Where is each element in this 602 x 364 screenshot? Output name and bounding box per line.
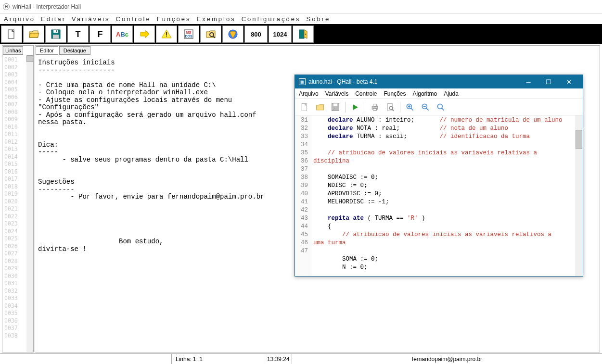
- qhall-zoomin-icon[interactable]: [403, 100, 417, 114]
- menu-funcoes[interactable]: Funções: [157, 15, 191, 23]
- toolbar: T F ABc ! MSDOS 800 1024: [0, 24, 602, 44]
- abc-button[interactable]: ABc: [112, 25, 133, 43]
- qhall-open-icon[interactable]: [313, 100, 327, 114]
- svg-rect-19: [373, 108, 377, 110]
- svg-text:!: !: [166, 31, 167, 38]
- menu-bar: Arquivo Editar Variáveis Controle Funçõe…: [0, 13, 602, 24]
- tab-editor[interactable]: Editor: [36, 46, 58, 55]
- status-email: fernandopaim@paim.pro.br: [292, 354, 602, 364]
- warning-button[interactable]: !: [156, 25, 177, 43]
- menu-exemplos[interactable]: Exemplos: [197, 15, 236, 23]
- menu-arquivo[interactable]: Arquivo: [4, 15, 35, 23]
- qhall-source[interactable]: declare ALUNO : inteiro; // numero de ma…: [311, 115, 575, 276]
- close-button[interactable]: ✕: [559, 75, 579, 88]
- menu-editar[interactable]: Editar: [41, 15, 66, 23]
- qhall-menu-arquivo[interactable]: Arquivo: [299, 90, 319, 97]
- internet-button[interactable]: [222, 25, 243, 43]
- editor-tabs: Editor Destaque: [35, 46, 600, 55]
- qhall-menu-funcoes[interactable]: Funções: [384, 90, 406, 97]
- menu-controle[interactable]: Controle: [116, 15, 151, 23]
- svg-rect-18: [373, 104, 377, 106]
- maximize-button[interactable]: ☐: [538, 75, 559, 88]
- svg-rect-3: [53, 35, 59, 38]
- qhall-zoomout-icon[interactable]: [419, 100, 432, 114]
- qhall-print-icon[interactable]: [368, 100, 382, 114]
- title-bar: H winHall - Interpretador Hall: [0, 0, 602, 13]
- qhall-code-area[interactable]: 3132333435363738394041424344454647 decla…: [295, 115, 583, 276]
- tab-destaque[interactable]: Destaque: [59, 46, 90, 55]
- res-1024-button[interactable]: 1024: [269, 25, 292, 43]
- svg-line-31: [442, 108, 444, 110]
- minimize-button[interactable]: ─: [518, 75, 538, 88]
- open-file-button[interactable]: [23, 25, 44, 43]
- svg-rect-12: [299, 30, 304, 38]
- qhall-title: aluno.hal - QHall - beta 4.1: [308, 78, 377, 85]
- qhall-save-icon[interactable]: [329, 100, 342, 114]
- t-button[interactable]: T: [67, 25, 89, 43]
- new-file-button[interactable]: [1, 25, 22, 43]
- status-empty: [0, 354, 171, 364]
- qhall-menu-algoritmo[interactable]: Algoritmo: [413, 90, 437, 97]
- svg-line-28: [426, 108, 429, 110]
- run-button[interactable]: [134, 25, 155, 43]
- app-icon: H: [3, 3, 10, 10]
- qhall-menu-variaveis[interactable]: Variáveis: [325, 90, 348, 97]
- line-gutter: Linhas 000100020003000400050006000700080…: [2, 45, 34, 352]
- qhall-line-numbers: 3132333435363738394041424344454647: [295, 115, 311, 276]
- svg-text:MS: MS: [186, 31, 192, 34]
- svg-line-24: [411, 108, 413, 110]
- menu-sobre[interactable]: Sobre: [306, 15, 330, 23]
- qhall-menu-ajuda[interactable]: Ajuda: [444, 90, 459, 97]
- msdos-button[interactable]: MSDOS: [178, 25, 199, 43]
- qhall-zoom-icon[interactable]: [434, 100, 448, 114]
- svg-rect-2: [53, 30, 58, 33]
- res-800-button[interactable]: 800: [244, 25, 268, 43]
- exit-button[interactable]: [293, 25, 314, 43]
- qhall-preview-icon[interactable]: [384, 100, 397, 114]
- qhall-scrollbar[interactable]: [575, 115, 583, 276]
- svg-line-22: [392, 109, 394, 111]
- menu-variaveis[interactable]: Variáveis: [72, 15, 110, 23]
- status-bar: Linha: 1: 1 13:39:24 fernandopaim@paim.p…: [0, 353, 602, 364]
- menu-configuracoes[interactable]: Configurações: [242, 15, 301, 23]
- line-numbers: 0001000200030004000500060007000800090010…: [2, 55, 33, 352]
- svg-rect-16: [333, 103, 337, 106]
- search-button[interactable]: [200, 25, 221, 43]
- qhall-menu-controle[interactable]: Controle: [355, 90, 377, 97]
- svg-text:DOS: DOS: [185, 35, 192, 38]
- f-button[interactable]: F: [90, 25, 111, 43]
- qhall-run-icon[interactable]: [348, 100, 362, 114]
- save-button[interactable]: [45, 25, 66, 43]
- status-time: 13:39:24: [263, 354, 292, 364]
- qhall-toolbar: [295, 99, 583, 115]
- svg-rect-4: [56, 30, 57, 32]
- qhall-new-icon[interactable]: [298, 100, 311, 114]
- qhall-app-icon: ▦: [299, 78, 306, 85]
- window-title: winHall - Interpretador Hall: [13, 3, 81, 10]
- linhas-tab[interactable]: Linhas: [3, 46, 23, 55]
- gutter-scrollbar[interactable]: [26, 55, 33, 352]
- svg-point-13: [305, 34, 306, 35]
- qhall-window[interactable]: ▦ aluno.hal - QHall - beta 4.1 ─ ☐ ✕ Arq…: [295, 75, 583, 276]
- qhall-titlebar[interactable]: ▦ aluno.hal - QHall - beta 4.1 ─ ☐ ✕: [295, 75, 583, 88]
- status-cursor: Linha: 1: 1: [171, 354, 263, 364]
- qhall-menubar: Arquivo Variáveis Controle Funções Algor…: [295, 88, 583, 99]
